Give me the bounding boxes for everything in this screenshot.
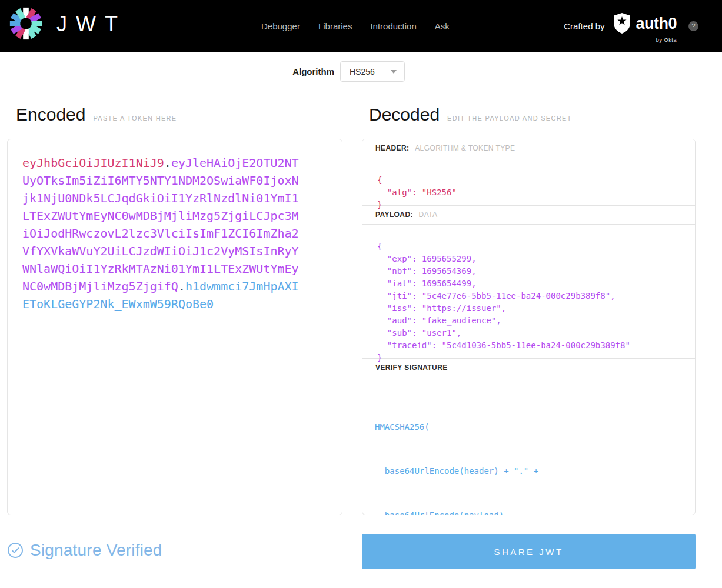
hmac-line-payload: base64UrlEncode(payload),	[375, 508, 695, 515]
encoded-title: Encoded	[16, 105, 85, 125]
signature-status-text: Signature Verified	[30, 541, 162, 560]
help-icon[interactable]: ?	[688, 21, 698, 31]
token-separator-dot: .	[178, 279, 185, 293]
nav-link-libraries[interactable]: Libraries	[318, 21, 352, 31]
jwt-wordmark: JWT	[56, 12, 127, 36]
crafted-by-block: Crafted by auth0 by Okta ?	[564, 0, 698, 52]
algorithm-selected-value: HS256	[350, 67, 375, 76]
token-payload-part: eyJleHAiOjE2OTU2NTUyOTksIm5iZiI6MTY5NTY1…	[22, 156, 299, 293]
encoded-token-editor[interactable]: eyJhbGciOiJIUzI1NiJ9.eyJleHAiOjE2OTU2NTU…	[7, 139, 342, 515]
encoded-subtitle: PASTE A TOKEN HERE	[93, 115, 177, 122]
jwt-logo[interactable]: JWT	[9, 7, 127, 40]
auth0-by-okta-label: by Okta	[656, 37, 677, 43]
verify-signature-block: HMACSHA256( base64UrlEncode(header) + ".…	[362, 377, 695, 515]
header-section-label: HEADER: ALGORITHM & TOKEN TYPE	[362, 139, 695, 158]
decoded-subtitle: EDIT THE PAYLOAD AND SECRET	[447, 115, 572, 122]
header-label: HEADER:	[375, 144, 409, 152]
jwt-starburst-icon	[9, 7, 42, 40]
decoded-title-row: Decoded EDIT THE PAYLOAD AND SECRET	[369, 105, 572, 125]
hmac-line-header: base64UrlEncode(header) + "." +	[375, 464, 695, 479]
token-header-part: eyJhbGciOiJIUzI1NiJ9	[22, 156, 164, 170]
nav-links: Debugger Libraries Introduction Ask	[261, 0, 450, 52]
payload-label: PAYLOAD:	[375, 211, 413, 219]
verify-label: VERIFY SIGNATURE	[375, 363, 448, 372]
auth0-shield-icon	[613, 13, 631, 34]
algorithm-select[interactable]: HS256	[340, 61, 405, 82]
top-navbar: JWT Debugger Libraries Introduction Ask …	[0, 0, 722, 52]
token-separator-dot: .	[164, 156, 171, 170]
auth0-logo[interactable]: auth0 by Okta	[613, 13, 677, 39]
chevron-down-icon	[391, 70, 397, 74]
payload-sublabel: DATA	[419, 211, 438, 219]
encoded-title-row: Encoded PASTE A TOKEN HERE	[16, 105, 177, 125]
auth0-wordmark: auth0	[636, 15, 677, 33]
algorithm-label: Algorithm	[292, 66, 334, 76]
crafted-by-label: Crafted by	[564, 21, 604, 31]
signature-status: Signature Verified	[7, 541, 162, 560]
nav-link-introduction[interactable]: Introduction	[370, 21, 416, 31]
header-json-editor[interactable]: { "alg": "HS256" }	[362, 158, 695, 205]
check-circle-icon	[7, 542, 24, 559]
share-jwt-button[interactable]: SHARE JWT	[362, 534, 696, 569]
decoded-panel: HEADER: ALGORITHM & TOKEN TYPE { "alg": …	[362, 139, 696, 515]
decoded-title: Decoded	[369, 105, 440, 125]
payload-json-editor[interactable]: { "exp": 1695655299, "nbf": 1695654369, …	[362, 225, 695, 358]
hmac-fn-open: HMACSHA256(	[375, 420, 695, 435]
jwt-token-text[interactable]: eyJhbGciOiJIUzI1NiJ9.eyJleHAiOjE2OTU2NTU…	[22, 154, 300, 313]
nav-link-ask[interactable]: Ask	[435, 21, 450, 31]
header-sublabel: ALGORITHM & TOKEN TYPE	[415, 144, 515, 152]
algorithm-row: Algorithm HS256	[0, 61, 722, 82]
verify-section-label: VERIFY SIGNATURE	[362, 358, 695, 377]
payload-section-label: PAYLOAD: DATA	[362, 205, 695, 225]
nav-link-debugger[interactable]: Debugger	[261, 21, 300, 31]
